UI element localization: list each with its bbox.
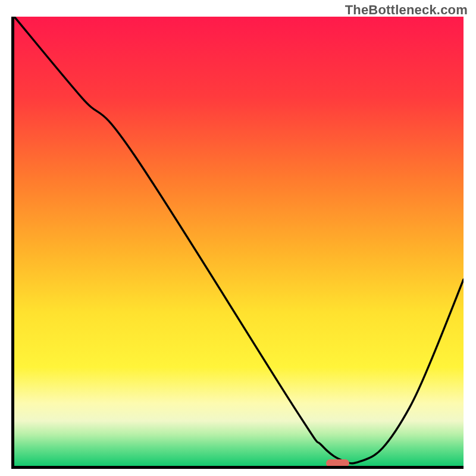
chart-frame	[11, 17, 464, 469]
chart-background-gradient	[14, 17, 464, 466]
svg-rect-0	[14, 17, 464, 466]
plot-area	[14, 17, 464, 466]
watermark-text: TheBottleneck.com	[345, 2, 468, 18]
chart-container: TheBottleneck.com	[0, 0, 476, 476]
optimal-marker	[326, 459, 349, 466]
